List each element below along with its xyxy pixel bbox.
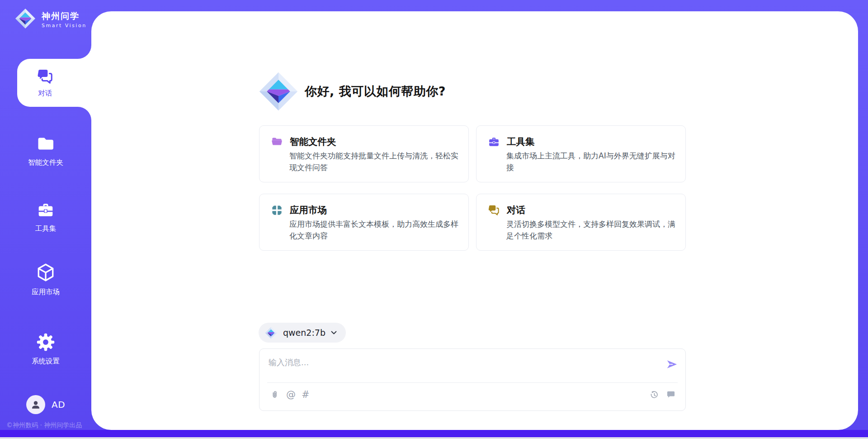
model-selector[interactable]: qwen2:7b	[259, 323, 346, 343]
tab-fillet-bottom	[78, 107, 91, 120]
app-grid-icon	[271, 204, 283, 216]
sidebar-item-settings[interactable]: 系统设置	[0, 333, 91, 366]
paperclip-icon	[270, 390, 280, 400]
message-composer: @ #	[259, 348, 686, 411]
main-content: 你好, 我可以如何帮助你? 智能文件夹 智能文件夹功能支持批量文件上传与清洗，轻…	[91, 11, 858, 430]
send-icon[interactable]	[665, 358, 678, 371]
brand-name-zh: 神州问学	[42, 11, 87, 20]
message-input[interactable]	[269, 354, 653, 370]
card-description: 灵活切换多模型文件，支持多样回复效果调试，满足个性化需求	[506, 218, 677, 242]
sidebar-item-settings-label: 系统设置	[0, 357, 91, 366]
sidebar-item-smart-folder-label: 智能文件夹	[0, 158, 91, 167]
greeting-diamond-icon	[259, 72, 298, 111]
chat-icon	[37, 68, 54, 85]
card-title: 工具集	[507, 135, 535, 148]
user-profile[interactable]: AD	[26, 395, 65, 414]
attach-file-button[interactable]	[269, 389, 280, 400]
feedback-button[interactable]	[665, 389, 676, 400]
sidebar: 神州问学 Smart Vision 对话 智能文件夹 工具集	[0, 0, 91, 439]
greeting-block: 你好, 我可以如何帮助你?	[259, 72, 446, 111]
model-name: qwen2:7b	[283, 328, 326, 338]
chat-icon	[488, 204, 500, 216]
sidebar-item-app-market[interactable]: 应用市场	[0, 262, 91, 297]
card-description: 应用市场提供丰富长文本模板，助力高效生成多样化文章内容	[289, 218, 460, 242]
model-diamond-icon	[265, 327, 277, 339]
card-description: 集成市场上主流工具，助力AI与外界无缝扩展与对接	[506, 150, 677, 173]
card-app-market[interactable]: 应用市场 应用市场提供丰富长文本模板，助力高效生成多样化文章内容	[259, 194, 469, 251]
card-chat[interactable]: 对话 灵活切换多模型文件，支持多样回复效果调试，满足个性化需求	[476, 194, 686, 251]
brand-name-en: Smart Vision	[42, 23, 87, 29]
history-button[interactable]	[648, 389, 659, 400]
copyright-footer: ©神州数码 · 神州问学出品	[6, 421, 82, 429]
card-toolbox[interactable]: 工具集 集成市场上主流工具，助力AI与外界无缝扩展与对接	[476, 125, 686, 182]
sidebar-item-toolbox-label: 工具集	[0, 224, 91, 234]
card-smart-folder[interactable]: 智能文件夹 智能文件夹功能支持批量文件上传与清洗，轻松实现文件问答	[259, 125, 469, 182]
card-title: 对话	[507, 204, 525, 216]
sidebar-item-toolbox[interactable]: 工具集	[0, 201, 91, 234]
chat-solid-icon	[666, 390, 676, 400]
user-initials: AD	[52, 399, 65, 410]
card-description: 智能文件夹功能支持批量文件上传与清洗，轻松实现文件问答	[289, 150, 460, 173]
history-icon	[649, 390, 659, 400]
sidebar-item-app-market-label: 应用市场	[0, 287, 91, 297]
tab-fillet-top	[78, 45, 91, 59]
toolbox-icon	[488, 136, 500, 148]
bottom-accent-bar	[0, 430, 868, 437]
window-bottom-edge	[0, 437, 868, 439]
toolbox-icon	[37, 201, 55, 219]
folder-open-icon	[271, 136, 283, 148]
topic-button[interactable]: #	[302, 390, 310, 400]
mention-button[interactable]: @	[286, 390, 296, 400]
avatar	[26, 395, 45, 414]
sidebar-item-chat-label: 对话	[17, 89, 73, 98]
app-market-icon	[36, 262, 56, 282]
brand-diamond-icon	[15, 8, 36, 29]
settings-gear-icon	[36, 333, 55, 352]
folder-icon	[36, 134, 55, 153]
chevron-down-icon	[331, 331, 337, 334]
card-title: 应用市场	[290, 204, 327, 216]
greeting-title: 你好, 我可以如何帮助你?	[305, 83, 446, 100]
card-title: 智能文件夹	[290, 135, 336, 148]
person-icon	[30, 399, 42, 410]
sidebar-item-chat[interactable]: 对话	[17, 59, 91, 107]
composer-divider	[267, 382, 678, 383]
sidebar-item-smart-folder[interactable]: 智能文件夹	[0, 134, 91, 167]
brand-logo: 神州问学 Smart Vision	[15, 8, 87, 29]
